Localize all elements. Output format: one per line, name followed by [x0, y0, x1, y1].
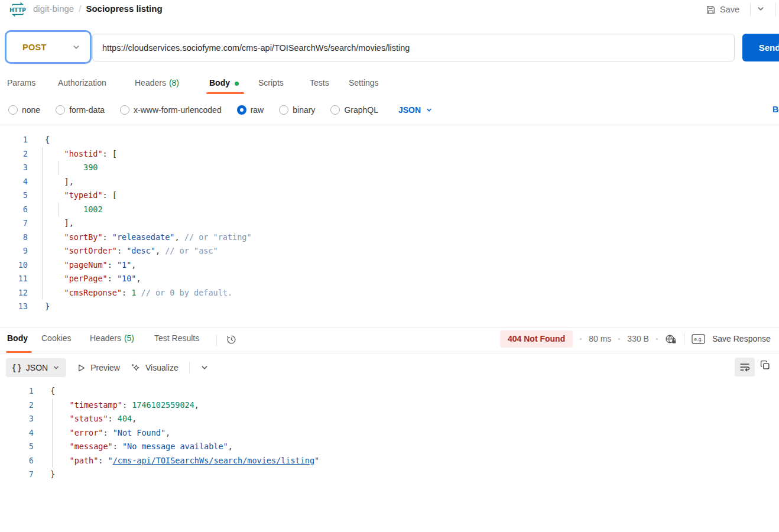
raw-language-select[interactable]: JSON [398, 105, 433, 115]
more-formats-chevron-icon[interactable] [200, 364, 209, 372]
response-history-icon[interactable] [226, 334, 237, 345]
code-line[interactable]: 3 "status": 404, [0, 412, 779, 426]
indent-guide [58, 203, 59, 217]
body-modified-dot [235, 82, 239, 86]
radio-form-data[interactable]: form-data [56, 105, 105, 115]
send-button[interactable]: Send [742, 34, 779, 61]
indent-guide [42, 147, 43, 300]
network-security-icon[interactable] [665, 333, 677, 345]
code-line[interactable]: 3 390 [0, 161, 779, 175]
code-line[interactable]: 11 "perPage": "10", [0, 272, 779, 286]
line-number: 5 [0, 440, 34, 454]
code-line[interactable]: 2 "timestamp": 1746102559024, [0, 398, 779, 413]
braces-icon: { } [12, 363, 21, 372]
response-tab-test-results[interactable]: Test Results [154, 333, 199, 343]
code-line[interactable]: 2 "hostid": [ [0, 147, 779, 161]
save-button[interactable]: Save [706, 2, 739, 17]
code-line[interactable]: 10 "pageNum": "1", [0, 258, 779, 273]
code-line[interactable]: 1{ [0, 133, 779, 147]
request-tabs: Params Authorization Headers(8) Body Scr… [0, 72, 779, 96]
divider [189, 362, 190, 374]
radio-binary[interactable]: binary [279, 105, 315, 115]
code-line[interactable]: 4 ], [0, 175, 779, 189]
response-headers-count-badge: (5) [124, 333, 134, 343]
code-line[interactable]: 9 "sortOrder": "desc", // or "asc" [0, 244, 779, 258]
code-line[interactable]: 5 "message": "No message available", [0, 440, 779, 454]
radio-selected-icon [237, 105, 246, 115]
radio-circle-icon [56, 105, 65, 115]
code-line[interactable]: 7 ], [0, 216, 779, 231]
code-line[interactable]: 6 "path": "/cms-api/TOISearchWs/search/m… [0, 454, 779, 468]
method-label: POST [22, 43, 47, 52]
dot-separator [618, 338, 620, 340]
line-number: 2 [0, 398, 34, 413]
response-tab-cookies[interactable]: Cookies [41, 333, 72, 343]
dot-separator [580, 338, 582, 340]
line-number: 3 [0, 412, 34, 426]
indent-guide [52, 398, 53, 468]
response-format-select[interactable]: { } JSON [6, 358, 66, 377]
line-number: 1 [0, 384, 34, 398]
radio-raw[interactable]: raw [237, 105, 264, 115]
save-options-chevron-icon[interactable] [757, 5, 765, 13]
tab-settings[interactable]: Settings [349, 78, 379, 87]
visualize-button[interactable]: Visualize [131, 363, 178, 373]
code-line[interactable]: 12 "cmsReponse": 1 // or 0 by default. [0, 286, 779, 300]
tab-scripts[interactable]: Scripts [258, 78, 284, 87]
chevron-down-icon [426, 106, 433, 113]
save-example-icon[interactable]: e.g. [692, 334, 705, 344]
code-line[interactable]: 5 "typeid": [ [0, 189, 779, 203]
radio-circle-icon [330, 105, 340, 115]
line-number: 7 [0, 468, 34, 482]
svg-text:HTTP: HTTP [9, 7, 26, 13]
url-input[interactable] [92, 34, 735, 61]
response-body-viewer[interactable]: 1{2 "timestamp": 1746102559024,3 "status… [0, 382, 779, 488]
tab-authorization[interactable]: Authorization [58, 78, 106, 87]
response-tab-body[interactable]: Body [7, 333, 28, 343]
line-number: 3 [0, 161, 28, 175]
breadcrumb-collection[interactable]: digit-binge [33, 4, 74, 14]
tab-body[interactable]: Body [209, 78, 239, 87]
line-number: 4 [0, 175, 28, 189]
breadcrumb-separator: / [79, 4, 81, 14]
breadcrumb-request-name[interactable]: Sociopress listing [86, 4, 162, 14]
tab-tests[interactable]: Tests [310, 78, 329, 87]
http-request-icon: HTTP [9, 2, 26, 17]
radio-graphql[interactable]: GraphQL [330, 105, 378, 115]
response-tab-headers[interactable]: Headers(5) [90, 333, 134, 343]
copy-response-icon[interactable] [760, 360, 770, 370]
preview-button[interactable]: Preview [77, 363, 120, 372]
response-size[interactable]: 330 B [627, 334, 649, 343]
radio-x-www-form-urlencoded[interactable]: x-www-form-urlencoded [120, 105, 222, 115]
line-number: 9 [0, 244, 28, 258]
code-line[interactable]: 1{ [0, 384, 779, 398]
word-wrap-button[interactable] [735, 358, 755, 377]
divider [684, 333, 684, 345]
request-body-editor[interactable]: 1{2 "hostid": [3 3904 ],5 "typeid": [6 1… [0, 125, 779, 327]
response-time[interactable]: 80 ms [589, 334, 611, 343]
svg-text:e.g.: e.g. [694, 336, 703, 342]
tab-headers[interactable]: Headers(8) [135, 78, 179, 87]
line-number: 11 [0, 272, 28, 286]
active-tab-underline [206, 92, 244, 94]
code-line[interactable]: 4 "error": "Not Found", [0, 426, 779, 440]
header-bar: HTTP digit-binge / Sociopress listing Sa… [0, 0, 779, 19]
sparkle-wand-icon [131, 363, 141, 373]
code-line[interactable]: 13} [0, 300, 779, 314]
method-select[interactable]: POST [5, 30, 92, 64]
line-number: 10 [0, 258, 28, 273]
code-line[interactable]: 7} [0, 468, 779, 482]
line-number: 2 [0, 147, 28, 161]
radio-none[interactable]: none [8, 105, 40, 115]
tab-params[interactable]: Params [7, 78, 35, 87]
line-number: 1 [0, 133, 28, 147]
code-line[interactable]: 6 1002 [0, 203, 779, 217]
code-line[interactable]: 8 "sortBy": "releasedate", // or "rating… [0, 231, 779, 245]
save-response-button[interactable]: Save Response [712, 334, 771, 343]
active-tab-underline [6, 351, 32, 353]
beautify-button[interactable]: Beautify [772, 105, 779, 114]
line-number: 6 [0, 203, 28, 217]
status-badge[interactable]: 404 Not Found [500, 330, 573, 348]
chevron-down-icon [72, 43, 80, 51]
radio-circle-icon [120, 105, 129, 115]
